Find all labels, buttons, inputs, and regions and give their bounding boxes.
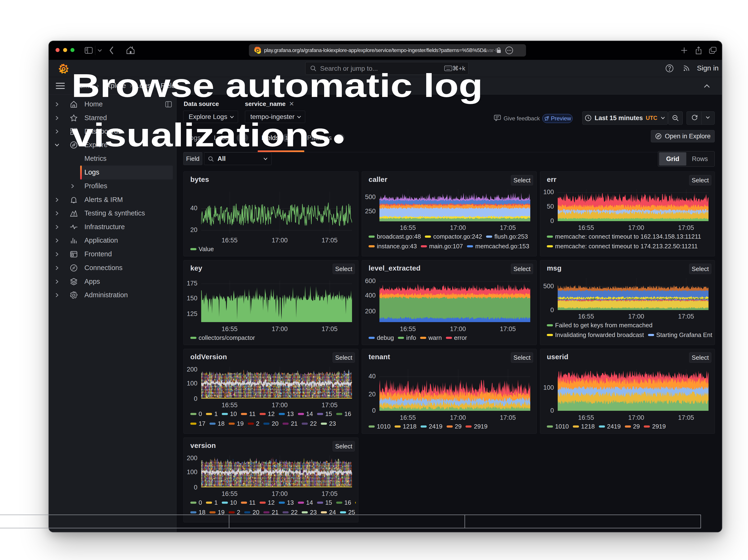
svg-text:k6: k6 bbox=[73, 213, 75, 216]
